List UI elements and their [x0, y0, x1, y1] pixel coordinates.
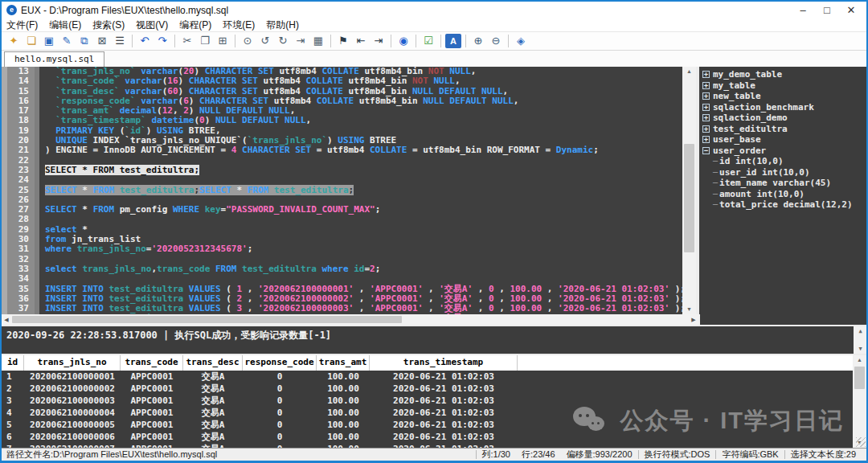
- column-header-response_code[interactable]: response_code: [243, 355, 317, 371]
- status-segment-5: 选择文本长度:29: [791, 449, 856, 461]
- column-header-id[interactable]: id: [2, 355, 24, 371]
- navigate-back-icon[interactable]: ◉: [395, 34, 411, 48]
- scroll-down-icon[interactable]: ▼: [682, 305, 696, 314]
- menu-program[interactable]: 编程(P): [179, 18, 211, 32]
- result-grid[interactable]: idtrans_jnls_notrans_codetrans_descrespo…: [2, 355, 853, 448]
- scroll-up-icon[interactable]: ▲: [854, 326, 867, 336]
- menu-help[interactable]: 帮助(H): [266, 18, 299, 32]
- execution-message: 2020-09-26 22:28:53.817000 | 执行SQL成功，受影响…: [6, 330, 331, 341]
- tree-item-new_table[interactable]: +new_table: [702, 91, 865, 102]
- table-row[interactable]: 22020062100000002APPC0001交易A0100.002020-…: [2, 383, 853, 395]
- tree-child-item[interactable]: ─id int(10,0): [702, 156, 865, 167]
- minimize-button[interactable]: –: [791, 4, 815, 16]
- toolbar-separator: [391, 35, 391, 47]
- tab-hello-mysql-sql[interactable]: hello.mysql.sql: [4, 51, 104, 67]
- editor-hscroll-row: ◀ ▶: [2, 314, 866, 325]
- zoom-out-icon[interactable]: ⊖: [488, 34, 504, 48]
- save-as-icon[interactable]: ✎: [59, 34, 75, 48]
- tree-item-sqlaction_benchmark[interactable]: +sqlaction_benchmark: [702, 102, 865, 113]
- table-row[interactable]: 32020062100000003APPC0001交易A0100.002020-…: [2, 395, 853, 407]
- tree-item-user_order[interactable]: −user_order: [702, 145, 865, 157]
- find-icon[interactable]: ⊙: [240, 34, 256, 48]
- line-list-icon[interactable]: ☰: [112, 34, 128, 48]
- grid-vertical-scrollbar[interactable]: ▲ ▼: [853, 355, 866, 448]
- editor-vertical-scrollbar[interactable]: ▲ ▼: [682, 67, 696, 314]
- table-row[interactable]: 12020062100000001APPC0001交易A0100.002020-…: [2, 371, 853, 383]
- expand-toggle-icon[interactable]: +: [702, 71, 710, 78]
- tree-item-my_demo_table[interactable]: +my_demo_table: [702, 69, 865, 80]
- expand-toggle-icon[interactable]: +: [702, 92, 710, 100]
- grid-vscroll-thumb[interactable]: [854, 367, 865, 389]
- line-number-gutter: 1314151617181920212223242526272829303132…: [7, 67, 39, 314]
- resize-grip[interactable]: [856, 437, 866, 447]
- tree-item-user_base[interactable]: +user_base: [702, 134, 865, 145]
- expand-toggle-icon[interactable]: +: [702, 114, 710, 121]
- scroll-left-icon[interactable]: ◀: [2, 314, 11, 325]
- new-file-icon[interactable]: ✦: [6, 34, 22, 48]
- code-content[interactable]: `trans_jnls_no` varchar(20) CHARACTER SE…: [39, 67, 682, 314]
- save-all-icon[interactable]: ⧉: [76, 34, 92, 48]
- menu-file[interactable]: 文件(F): [6, 18, 38, 32]
- help-about-icon[interactable]: ◈: [513, 34, 529, 48]
- line-number: 18: [7, 116, 29, 125]
- line-number: 28: [7, 215, 29, 224]
- editor-hscroll-thumb[interactable]: [12, 316, 402, 323]
- expand-toggle-icon[interactable]: +: [702, 136, 710, 143]
- scroll-up-icon[interactable]: ▲: [853, 355, 866, 365]
- sql-code-editor[interactable]: 1314151617181920212223242526272829303132…: [2, 67, 682, 314]
- editor-vscroll-thumb[interactable]: [684, 144, 694, 252]
- tree-item-test_editultra[interactable]: +test_editultra: [702, 124, 865, 135]
- menu-view[interactable]: 视图(V): [136, 18, 168, 32]
- syntax-highlight-icon[interactable]: A: [445, 34, 461, 48]
- table-row[interactable]: 62020062100000006APPC0001交易A0100.002020-…: [2, 431, 853, 443]
- bookmark-icon[interactable]: ⚑: [335, 34, 351, 48]
- column-header-trans_code[interactable]: trans_code: [121, 355, 183, 371]
- open-file-icon[interactable]: ❏: [23, 34, 39, 48]
- maximize-button[interactable]: □: [815, 4, 839, 16]
- column-header-trans_timestamp[interactable]: trans_timestamp: [370, 355, 518, 371]
- table-row[interactable]: 52020062100000005APPC0001交易A0100.002020-…: [2, 419, 853, 431]
- menu-environment[interactable]: 环境(E): [223, 18, 255, 32]
- copy-icon[interactable]: ❐: [197, 34, 213, 48]
- paste-icon[interactable]: ⊞: [215, 34, 231, 48]
- redo-icon[interactable]: ↷: [154, 34, 170, 48]
- tree-child-item[interactable]: ─amount int(10,0): [702, 189, 865, 200]
- find-next-icon[interactable]: ↻: [275, 34, 291, 48]
- column-header-trans_jnls_no[interactable]: trans_jnls_no: [24, 355, 121, 371]
- close-button[interactable]: ✕: [839, 4, 863, 16]
- undo-icon[interactable]: ↶: [137, 34, 153, 48]
- tree-child-item[interactable]: ─item_name varchar(45): [702, 178, 865, 189]
- scroll-down-icon[interactable]: ▼: [854, 344, 867, 354]
- scroll-right-icon[interactable]: ▶: [689, 314, 698, 325]
- menu-edit[interactable]: 编辑(E): [49, 18, 81, 32]
- expand-toggle-icon[interactable]: −: [702, 147, 710, 154]
- menu-search[interactable]: 搜索(S): [92, 18, 125, 32]
- table-row[interactable]: 72020062100000007APPC0001交易A0100.002020-…: [2, 443, 853, 448]
- grid-body[interactable]: 12020062100000001APPC0001交易A0100.002020-…: [2, 371, 853, 448]
- expand-toggle-icon[interactable]: +: [702, 82, 710, 89]
- tree-item-my_table[interactable]: +my_table: [702, 80, 865, 92]
- scroll-up-icon[interactable]: ▲: [682, 67, 696, 76]
- close-file-icon[interactable]: ⊠: [94, 34, 110, 48]
- tree-item-sqlaction_demo[interactable]: +sqlaction_demo: [702, 113, 865, 124]
- next-bookmark-icon[interactable]: ⇥: [371, 34, 387, 48]
- zoom-in-icon[interactable]: ⊕: [470, 34, 486, 48]
- save-file-icon[interactable]: ▣: [41, 34, 57, 48]
- go-to-line-icon[interactable]: ⇥: [293, 34, 309, 48]
- todo-list-icon[interactable]: ☑: [420, 34, 436, 48]
- tree-child-item[interactable]: ─user_id int(10,0): [702, 167, 865, 178]
- column-header-trans_desc[interactable]: trans_desc: [183, 355, 243, 371]
- column-header-trans_amt[interactable]: trans_amt: [317, 355, 370, 371]
- tree-item-label: new_table: [713, 91, 761, 101]
- tree-child-item[interactable]: ─total_price decimal(12,2): [702, 199, 865, 211]
- editor-horizontal-scrollbar[interactable]: ◀ ▶: [2, 314, 700, 325]
- previous-bookmark-icon[interactable]: ⇤: [353, 34, 369, 48]
- cut-icon[interactable]: ✂: [179, 34, 195, 48]
- table-row[interactable]: 42020062100000004APPC0001交易A0100.002020-…: [2, 407, 853, 419]
- message-scrollbar[interactable]: ▲ ▼: [854, 326, 866, 354]
- replace-icon[interactable]: ▦: [310, 34, 326, 48]
- expand-toggle-icon[interactable]: +: [702, 104, 710, 111]
- expand-toggle-icon[interactable]: +: [702, 125, 710, 133]
- tree-item-label: sqlaction_benchmark: [713, 102, 814, 113]
- find-previous-icon[interactable]: ↺: [257, 34, 273, 48]
